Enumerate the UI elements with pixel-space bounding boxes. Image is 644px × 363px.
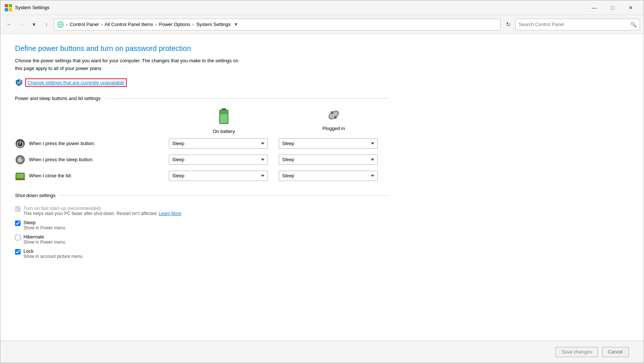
lid-plugged-select[interactable]: Sleep Do nothing Hibernate Shut down Tur…: [279, 171, 378, 181]
back-button[interactable]: ←: [4, 19, 14, 30]
sleep-label-group: Sleep Show in Power menu.: [23, 220, 66, 230]
power-button-row: When I press the power button: Sleep Do …: [15, 138, 389, 149]
shutdown-settings: Turn on fast start-up (recommended) This…: [15, 205, 389, 259]
content-inner: Define power buttons and turn on passwor…: [0, 44, 403, 263]
search-box: 🔍: [515, 19, 640, 30]
svg-rect-2: [5, 8, 8, 11]
svg-rect-9: [222, 108, 226, 110]
app-icon: [5, 4, 12, 11]
forward-button[interactable]: →: [16, 19, 27, 30]
sleep-button-battery-select[interactable]: Sleep Do nothing Hibernate Shut down Tur…: [169, 155, 268, 165]
sleep-sublabel: Show in Power menu.: [23, 225, 66, 230]
svg-rect-0: [5, 4, 8, 7]
hibernate-row: Hibernate Show in Power menu.: [15, 234, 389, 245]
window-controls: — □ ✕: [586, 2, 639, 14]
search-icon: 🔍: [630, 22, 637, 27]
footer: Save changes Cancel: [0, 341, 644, 363]
search-input[interactable]: [519, 22, 628, 27]
hibernate-label-group: Hibernate Show in Power menu.: [23, 234, 66, 245]
sep1: ›: [66, 22, 67, 27]
lid-text: When I close the lid:: [29, 173, 72, 178]
plug-icon: [327, 108, 340, 124]
breadcrumb-control-panel[interactable]: Control Panel: [70, 22, 99, 27]
change-settings-link[interactable]: Change settings that are currently unava…: [25, 78, 127, 87]
lock-checkbox[interactable]: [15, 249, 21, 255]
minimize-button[interactable]: —: [586, 2, 603, 14]
sleep-button-icon: [15, 155, 25, 165]
dropdown-history-button[interactable]: ▼: [29, 19, 39, 30]
plugged-label: Plugged in: [322, 126, 345, 131]
refresh-button[interactable]: ↻: [503, 19, 513, 30]
lid-label: When I close the lid:: [15, 171, 169, 181]
power-sleep-section-title: Power and sleep buttons and lid settings: [15, 96, 100, 101]
system-settings-window: System Settings — □ ✕ ← → ▼ ↑ › Control …: [0, 0, 644, 363]
sleep-row: Sleep Show in Power menu.: [15, 220, 389, 230]
sleep-button-row: When I press the sleep button: Sleep Do …: [15, 155, 389, 165]
svg-rect-21: [16, 174, 24, 178]
breadcrumb-system-settings[interactable]: System Settings: [196, 22, 231, 27]
battery-icon: [219, 108, 229, 127]
lock-sublabel: Show in account picture menu.: [23, 254, 84, 259]
sleep-label: Sleep: [23, 220, 66, 225]
battery-label: On battery: [213, 129, 235, 134]
lid-row: When I close the lid: Sleep Do nothing H…: [15, 171, 389, 181]
fast-startup-sublabel: This helps start your PC faster after sh…: [23, 211, 181, 216]
power-button-battery-select[interactable]: Sleep Do nothing Hibernate Shut down Tur…: [169, 138, 268, 149]
sep4: ›: [192, 22, 194, 27]
power-button-icon: [15, 138, 25, 149]
battery-svg: [219, 108, 229, 125]
sleep-button-label: When I press the sleep button:: [15, 155, 169, 165]
sleep-checkbox[interactable]: [15, 221, 21, 226]
svg-rect-3: [9, 8, 12, 11]
learn-more-link[interactable]: Learn More: [159, 211, 181, 216]
sep2: ›: [101, 22, 102, 27]
table-header-row: On battery Plugged in: [15, 108, 389, 134]
fast-startup-row: Turn on fast start-up (recommended) This…: [15, 205, 389, 216]
svg-rect-11: [220, 114, 227, 123]
section-divider: [105, 98, 389, 99]
control-panel-icon: [57, 21, 64, 28]
shutdown-section-header: Shut-down settings: [15, 193, 389, 198]
lid-battery-select[interactable]: Sleep Do nothing Hibernate Shut down Tur…: [169, 171, 268, 181]
svg-rect-1: [9, 4, 12, 7]
power-sleep-section-header: Power and sleep buttons and lid settings: [15, 96, 389, 101]
uac-shield-icon: [15, 78, 23, 86]
breadcrumb: › Control Panel › All Control Panel Item…: [54, 19, 501, 30]
lock-row: Lock Show in account picture menu.: [15, 248, 389, 259]
sep3: ›: [155, 22, 157, 27]
fast-startup-checkbox[interactable]: [15, 206, 21, 212]
lid-icon: [15, 171, 25, 181]
power-button-text: When I press the power button:: [29, 141, 95, 146]
window-title: System Settings: [15, 5, 586, 10]
battery-column-header: On battery: [169, 108, 279, 134]
plug-svg: [327, 108, 340, 122]
cancel-button[interactable]: Cancel: [602, 347, 629, 357]
close-button[interactable]: ✕: [622, 2, 639, 14]
fast-startup-label: Turn on fast start-up (recommended): [23, 205, 181, 211]
power-button-label: When I press the power button:: [15, 138, 169, 149]
address-bar: ← → ▼ ↑ › Control Panel › All Control Pa…: [0, 15, 644, 34]
breadcrumb-power-options[interactable]: Power Options: [159, 22, 190, 27]
fast-startup-label-group: Turn on fast start-up (recommended) This…: [23, 205, 181, 216]
lock-label: Lock: [23, 248, 84, 254]
shutdown-divider: [60, 195, 389, 196]
title-bar: System Settings — □ ✕: [0, 0, 644, 15]
shutdown-section-title: Shut-down settings: [15, 193, 56, 198]
power-button-plugged-select[interactable]: Sleep Do nothing Hibernate Shut down Tur…: [279, 138, 378, 149]
hibernate-label: Hibernate: [23, 234, 66, 240]
maximize-button[interactable]: □: [604, 2, 621, 14]
up-button[interactable]: ↑: [41, 19, 52, 30]
breadcrumb-all-items[interactable]: All Control Panel Items: [104, 22, 153, 27]
lock-label-group: Lock Show in account picture menu.: [23, 248, 84, 259]
address-dropdown-icon[interactable]: ▼: [234, 22, 238, 27]
page-description: Choose the power settings that you want …: [15, 57, 389, 73]
hibernate-sublabel: Show in Power menu.: [23, 240, 66, 245]
save-changes-button[interactable]: Save changes: [555, 347, 598, 357]
content-area: Define power buttons and turn on passwor…: [0, 34, 644, 341]
plugged-column-header: Plugged in: [279, 108, 389, 134]
change-settings-row: Change settings that are currently unava…: [15, 78, 389, 87]
settings-table: On battery Plugged in: [15, 108, 389, 181]
sleep-button-plugged-select[interactable]: Sleep Do nothing Hibernate Shut down Tur…: [279, 155, 378, 165]
page-heading: Define power buttons and turn on passwor…: [15, 44, 389, 53]
hibernate-checkbox[interactable]: [15, 235, 21, 240]
